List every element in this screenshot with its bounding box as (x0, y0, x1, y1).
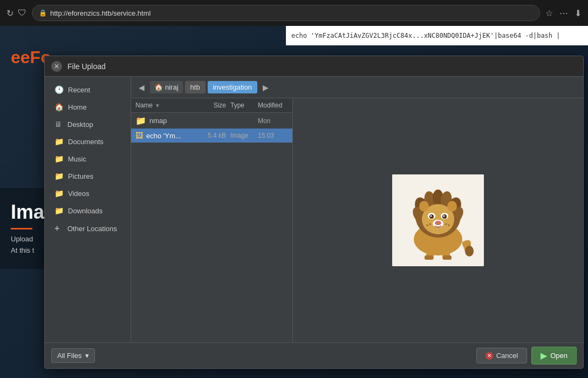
svg-point-22 (427, 225, 428, 226)
tooltip-bar: echo 'YmFzaCAtJiAvZGV2L3RjcC84x...xNC80N… (286, 26, 588, 45)
content-area: ◀ 🏠 niraj htb investigation ▶ (131, 77, 583, 342)
folder-icon: 📁 (135, 116, 146, 126)
url-text: http://eforenzics.htb/service.html (50, 9, 151, 17)
sidebar-label-desktop: Desktop (67, 120, 93, 129)
preview-area (293, 98, 583, 342)
tooltip-text: echo 'YmFzaCAtJiAvZGV2L3RjcC84x...xNC80N… (291, 32, 560, 39)
downloads-icon: 📁 (54, 206, 64, 215)
svg-point-17 (430, 215, 432, 217)
star-icon[interactable]: ☆ (545, 8, 553, 18)
file-table-container: Name ▼ Size Type Modified 📁 (131, 98, 293, 342)
music-icon: 📁 (54, 154, 64, 163)
shield-icon: 🛡 (18, 8, 26, 18)
cancel-button[interactable]: ✕ Cancel (476, 348, 527, 363)
sidebar-label-other-locations: Other Locations (67, 225, 117, 233)
lion-preview (392, 174, 484, 266)
table-row[interactable]: 🖼 echo 'Ym... 5.4 kB Image 15:03 (131, 129, 292, 143)
lion-svg (395, 177, 481, 264)
svg-rect-28 (443, 255, 452, 260)
breadcrumb-back-arrow[interactable]: ◀ (135, 81, 148, 94)
address-bar[interactable]: 🔒 http://eforenzics.htb/service.html (32, 5, 540, 21)
svg-point-21 (429, 224, 431, 225)
dialog-titlebar: ✕ File Upload (45, 56, 583, 77)
file-row-modified: 15:03 (256, 132, 288, 139)
svg-point-18 (443, 215, 445, 217)
sidebar-item-other-locations[interactable]: + Other Locations (47, 220, 128, 237)
svg-rect-27 (425, 255, 433, 260)
videos-icon: 📁 (54, 189, 64, 198)
svg-point-24 (448, 225, 450, 226)
filter-dropdown[interactable]: All Files ▾ (51, 348, 95, 363)
file-row-size: 5.4 kB (196, 132, 226, 139)
file-row-type: Image (226, 132, 256, 139)
documents-icon: 📁 (54, 137, 64, 146)
file-icon: 🖼 (135, 131, 143, 140)
sidebar-label-recent: Recent (68, 86, 90, 94)
breadcrumb-forward-arrow[interactable]: ▶ (259, 81, 272, 94)
reload-icon[interactable]: ↻ (6, 8, 13, 18)
sidebar-label-music: Music (68, 155, 86, 163)
sidebar-item-pictures[interactable]: 📁 Pictures (47, 168, 128, 184)
dialog-overlay: ✕ File Upload 🕐 Recent 🏠 Home 🖥 Desktop (0, 26, 588, 378)
col-modified-header: Modified (256, 102, 288, 109)
file-upload-dialog: ✕ File Upload 🕐 Recent 🏠 Home 🖥 Desktop (44, 56, 584, 369)
dialog-body: 🕐 Recent 🏠 Home 🖥 Desktop 📁 Documents 📁 (45, 77, 583, 342)
sidebar: 🕐 Recent 🏠 Home 🖥 Desktop 📁 Documents 📁 (45, 77, 131, 342)
bg-upload-text: Upload At this t (11, 234, 34, 256)
sidebar-label-pictures: Pictures (68, 172, 93, 180)
sidebar-item-documents[interactable]: 📁 Documents (47, 133, 128, 150)
svg-point-20 (435, 221, 441, 225)
file-list-area: Name ▼ Size Type Modified 📁 (131, 98, 583, 342)
browser-chrome: ↻ 🛡 🔒 http://eforenzics.htb/service.html… (0, 0, 588, 26)
sidebar-item-desktop[interactable]: 🖥 Desktop (47, 116, 128, 132)
pictures-icon: 📁 (54, 172, 64, 180)
filter-arrow-icon: ▾ (85, 352, 89, 360)
download-icon[interactable]: ⬇ (575, 8, 582, 18)
breadcrumb-htb[interactable]: htb (185, 81, 206, 93)
cancel-icon: ✕ (486, 352, 493, 360)
sidebar-item-music[interactable]: 📁 Music (47, 151, 128, 167)
breadcrumb-home-icon: 🏠 (154, 83, 163, 91)
table-row[interactable]: 📁 nmap Mon (131, 113, 292, 129)
other-locations-icon: + (54, 224, 63, 233)
breadcrumb-nav: ◀ 🏠 niraj htb investigation ▶ (131, 77, 583, 98)
file-row-modified: Mon (256, 117, 288, 125)
bg-underline (11, 228, 32, 230)
file-rows: 📁 nmap Mon 🖼 ec (131, 113, 292, 342)
file-row-name: 🖼 echo 'Ym... (135, 131, 196, 140)
breadcrumb-home-label: niraj (165, 83, 179, 91)
recent-icon: 🕐 (54, 85, 64, 94)
sidebar-item-home[interactable]: 🏠 Home (47, 99, 128, 115)
breadcrumb-home-button[interactable]: 🏠 niraj (150, 81, 183, 93)
svg-point-12 (447, 201, 457, 212)
sidebar-label-downloads: Downloads (68, 207, 102, 215)
menu-icon[interactable]: ⋯ (559, 8, 568, 18)
preview-image (392, 174, 484, 266)
col-type-header: Type (226, 102, 256, 109)
dialog-title: File Upload (67, 62, 106, 71)
sort-icon: ▼ (155, 103, 160, 109)
sidebar-item-videos[interactable]: 📁 Videos (47, 185, 128, 201)
dialog-close-button[interactable]: ✕ (51, 61, 62, 72)
open-icon: ▶ (541, 350, 547, 361)
sidebar-label-videos: Videos (68, 190, 90, 198)
browser-actions: ☆ ⋯ ⬇ (545, 8, 582, 18)
desktop-icon: 🖥 (54, 120, 63, 129)
file-row-name: 📁 nmap (135, 116, 196, 126)
dialog-bottombar: All Files ▾ ✕ Cancel ▶ Open (45, 342, 583, 368)
lock-icon: 🔒 (39, 9, 47, 17)
sidebar-label-home: Home (68, 103, 87, 111)
svg-point-11 (419, 201, 429, 212)
sidebar-item-downloads[interactable]: 📁 Downloads (47, 202, 128, 219)
home-icon: 🏠 (54, 103, 64, 111)
col-size-header: Size (196, 102, 226, 109)
open-button[interactable]: ▶ Open (531, 347, 577, 364)
svg-point-1 (465, 246, 474, 256)
file-table-header: Name ▼ Size Type Modified (131, 98, 292, 113)
bg-image-label: Ima (11, 201, 44, 224)
sidebar-item-recent[interactable]: 🕐 Recent (47, 82, 128, 98)
open-label: Open (550, 352, 568, 360)
filter-label: All Files (57, 352, 82, 360)
col-name-header: Name ▼ (135, 102, 196, 109)
breadcrumb-investigation[interactable]: investigation (208, 81, 257, 93)
